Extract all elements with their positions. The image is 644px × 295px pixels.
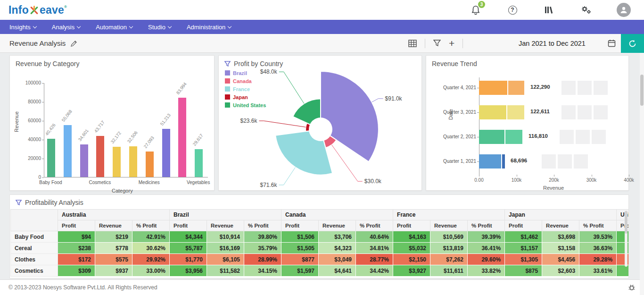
- slice-value-label: $71.6k: [260, 182, 277, 188]
- metric-header: % Profit: [468, 220, 505, 231]
- bar-value-label: 116,810: [528, 133, 548, 139]
- table-cell: $4,163: [393, 231, 430, 243]
- legend-item[interactable]: Canada: [225, 77, 266, 85]
- country-header: Australia: [58, 210, 170, 220]
- nav-item-automation[interactable]: Automation: [96, 24, 132, 31]
- profitability-table: AustraliaBrazilCanadaFranceJapanUnited S…: [10, 209, 628, 277]
- card-title-text: Profit by Country: [234, 60, 283, 67]
- date-range-picker[interactable]: Jan 2021 to Dec 2021: [519, 39, 616, 47]
- filter-icon[interactable]: [16, 200, 22, 206]
- bar[interactable]: [80, 144, 88, 177]
- pie-slice[interactable]: [321, 71, 379, 162]
- bar-placeholder-segment: [558, 154, 572, 169]
- bar-segment[interactable]: [479, 130, 504, 144]
- user-avatar[interactable]: [617, 3, 631, 17]
- legend-item[interactable]: Brazil: [225, 69, 266, 77]
- chevron-down-icon: [168, 24, 172, 28]
- table-cell: 33.61%: [579, 265, 617, 277]
- bar[interactable]: [64, 125, 72, 177]
- bar[interactable]: [129, 146, 137, 177]
- y-tick-mark: [42, 102, 44, 102]
- country-header: Canada: [281, 210, 393, 220]
- nav-label: Administration: [187, 24, 225, 31]
- refresh-button[interactable]: [621, 34, 644, 53]
- bar-value-label: 40,426: [44, 122, 57, 136]
- table-cell: $309: [58, 265, 95, 277]
- table-cell: $5,032: [393, 243, 430, 254]
- copyright-text: © 2013-2023 Noesys Software Pvt.Ltd. All…: [8, 284, 157, 291]
- bar-segment[interactable]: [479, 81, 507, 95]
- library-button[interactable]: [543, 4, 555, 16]
- bar-segment[interactable]: [508, 81, 524, 95]
- bar-segment[interactable]: [479, 154, 501, 169]
- bar-placeholder-segment: [561, 81, 576, 95]
- notification-badge: 3: [478, 1, 485, 8]
- x-axis-title: Category: [112, 188, 133, 194]
- table-cell: $10,914: [207, 231, 244, 243]
- nav-item-insights[interactable]: Insights: [9, 24, 36, 31]
- bar[interactable]: [146, 152, 154, 177]
- donut-hole: [309, 118, 332, 141]
- x-tick-mark: [592, 175, 592, 177]
- notifications-button[interactable]: 3: [470, 4, 482, 16]
- legend-item[interactable]: United States: [225, 101, 266, 109]
- table-cell: 39.80%: [244, 231, 281, 243]
- table-cell: $875: [505, 265, 542, 277]
- table-row: Cereal$238$77830.62%$5,787$16,16935.79%$…: [11, 243, 629, 254]
- nav-item-studio[interactable]: Studio: [148, 24, 171, 31]
- page-scrollbar-thumb[interactable]: [640, 75, 644, 106]
- table-cell: 33.82%: [468, 265, 505, 277]
- table-scrollbar-thumb[interactable]: [625, 211, 627, 234]
- bar[interactable]: [178, 98, 186, 177]
- nav-label: Analysis: [52, 24, 74, 31]
- nav-item-analysis[interactable]: Analysis: [52, 24, 80, 31]
- help-button[interactable]: ?: [506, 4, 519, 16]
- metric-header: % Profit: [132, 220, 170, 231]
- bar-value-label: 29,617: [192, 133, 205, 147]
- table-cell: 40.64%: [356, 231, 393, 243]
- bar[interactable]: [113, 147, 121, 177]
- bar-placeholder-segment: [576, 130, 590, 144]
- legend-label: Brazil: [233, 70, 247, 76]
- legend-item[interactable]: Japan: [225, 93, 266, 101]
- bar[interactable]: [47, 139, 55, 177]
- table-cell: $3,158: [542, 243, 579, 254]
- legend-label: United States: [233, 102, 266, 108]
- table-cell: 36.41%: [468, 243, 505, 254]
- table-cell: $575: [95, 254, 132, 265]
- page-scrollbar[interactable]: [640, 53, 644, 295]
- dashboard-content: Revenue by Category Revenue 40,42655,068…: [0, 53, 644, 278]
- filter-icon[interactable]: [433, 40, 441, 47]
- settings-button[interactable]: [580, 4, 592, 16]
- bar[interactable]: [162, 129, 170, 177]
- table-cell: $2,603: [542, 265, 579, 277]
- infoveave-logo[interactable]: Info eave ®: [8, 4, 67, 17]
- bar-segment[interactable]: [479, 105, 506, 119]
- add-widget-button[interactable]: +: [449, 39, 454, 48]
- filter-icon[interactable]: [224, 61, 231, 67]
- bug-icon[interactable]: [628, 284, 636, 291]
- table-cell: $6,105: [207, 254, 244, 265]
- bar-segment[interactable]: [507, 105, 524, 119]
- edit-pencil-icon[interactable]: [70, 40, 78, 47]
- y-tick-label: Quarter 3, 2021: [429, 110, 476, 115]
- bar-segment[interactable]: [505, 130, 522, 144]
- table-scrollbar[interactable]: [625, 210, 627, 267]
- label-leader-line: [279, 72, 304, 103]
- legend-item[interactable]: France: [225, 85, 266, 93]
- nav-label: Automation: [96, 24, 127, 31]
- bar-segment[interactable]: [502, 154, 505, 169]
- chevron-down-icon: [33, 24, 37, 28]
- metric-header: % Profit: [356, 220, 393, 231]
- chevron-down-icon: [228, 24, 231, 28]
- bar[interactable]: [195, 149, 203, 177]
- bar-value-label: 32,172: [110, 130, 123, 144]
- table-view-icon[interactable]: [408, 40, 417, 47]
- x-tick-mark: [629, 175, 629, 177]
- table-cell: 28.99%: [244, 254, 281, 265]
- table-cell: $11,582: [207, 265, 244, 277]
- card-profitability-analysis: Profitability Analysis AustraliaBrazilCa…: [9, 194, 629, 278]
- legend-swatch: [225, 86, 230, 92]
- nav-item-administration[interactable]: Administration: [187, 24, 231, 31]
- bar[interactable]: [96, 136, 104, 177]
